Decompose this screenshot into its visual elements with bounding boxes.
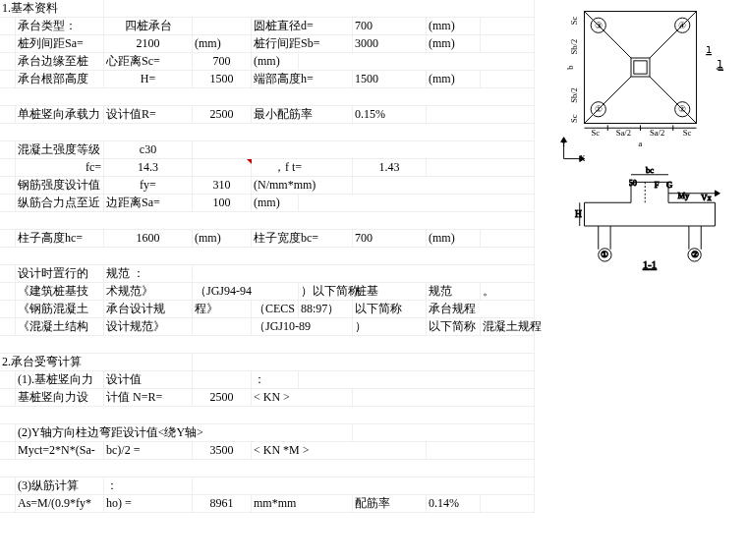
formula: As=M/(0.9*fy*: [16, 495, 104, 513]
value[interactable]: 1.43: [353, 159, 427, 177]
svg-rect-2: [634, 61, 647, 74]
label: 设计值R=: [104, 106, 193, 124]
label: 承台边缘至桩: [16, 53, 104, 71]
text: 。: [481, 283, 535, 301]
dim-50: 50: [629, 179, 637, 188]
value[interactable]: 310: [193, 177, 252, 195]
value[interactable]: 14.3: [104, 159, 193, 177]
section-mark: 1̲: [717, 58, 724, 71]
unit: (N/mm*mm): [252, 177, 353, 195]
unit: (mm): [193, 230, 252, 248]
dim-sc-v: Sc: [569, 17, 579, 26]
label: 规范 ：: [104, 265, 193, 283]
unit: (mm): [427, 18, 481, 35]
dim-b: b: [565, 65, 575, 69]
value[interactable]: 2500: [193, 389, 252, 407]
unit: (mm): [427, 71, 481, 88]
unit: (mm): [193, 35, 252, 53]
value[interactable]: 3500: [193, 442, 252, 460]
text: 《钢筋混凝土: [16, 301, 104, 318]
unit: < KN *M >: [252, 442, 427, 460]
label: 柱子高度hc=: [16, 230, 104, 248]
label: ：: [252, 371, 299, 389]
pile-sec-1: ①: [601, 250, 608, 259]
text: 《混凝土结构: [16, 318, 104, 336]
pt-g: G: [666, 180, 672, 190]
label: 桩列间距Sa=: [16, 35, 104, 53]
svg-line-3: [585, 12, 632, 59]
dim-sc: Sc: [592, 128, 601, 138]
label: 基桩竖向力设: [16, 389, 104, 407]
formula: ho) =: [104, 495, 193, 513]
dim-a: a: [639, 139, 643, 148]
text: ）: [353, 318, 427, 336]
unit: (mm): [427, 35, 481, 53]
label: 承台根部高度: [16, 71, 104, 88]
text: 规范: [427, 283, 481, 301]
pile-cap-diagram: ③ ④ ① ② Sc Sa/2 Sa/2 Sc a b Sb/2 Sb/2 Sc…: [556, 2, 743, 273]
dim-sb2: Sb/2: [569, 39, 579, 55]
value[interactable]: 700: [193, 53, 252, 71]
section-label: 1-1: [643, 259, 657, 270]
label: 钢筋强度设计值: [16, 177, 104, 195]
value[interactable]: 0.15%: [353, 106, 427, 124]
value[interactable]: 2100: [104, 35, 193, 53]
svg-line-5: [585, 77, 632, 124]
dim-sb2-b: Sb/2: [569, 87, 579, 103]
section-mark-top: 1̲: [706, 45, 713, 55]
label: 柱子宽度bc=: [252, 230, 353, 248]
pt-f: F: [655, 180, 660, 190]
spreadsheet-grid: 1.基本资料 承台类型： 四桩承台 圆桩直径d= 700 (mm) 桩列间距Sa…: [0, 0, 535, 513]
text: （CECS: [252, 301, 299, 318]
value: 0.14%: [427, 495, 481, 513]
label: 心距离Sc=: [104, 53, 193, 71]
unit: (mm): [252, 195, 299, 212]
label: 桩行间距Sb=: [252, 35, 353, 53]
lbl-vx: Vx: [701, 193, 712, 202]
label: 混凝土强度等级: [16, 141, 104, 159]
label: (2)Y轴方向柱边弯距设计值<绕Y轴>: [16, 424, 353, 442]
value[interactable]: 1500: [193, 71, 252, 88]
text: 88:97）: [299, 301, 353, 318]
value[interactable]: 1500: [353, 71, 427, 88]
text: 承台规程: [427, 301, 535, 318]
text: 混凝土规程: [481, 318, 535, 336]
text: 程》: [193, 301, 252, 318]
svg-line-4: [650, 12, 697, 59]
dim-sa2: Sa/2: [616, 128, 631, 138]
label: fy=: [104, 177, 193, 195]
value[interactable]: 1600: [104, 230, 193, 248]
text: （JGJ94-94: [193, 283, 299, 301]
label: fc=: [16, 159, 104, 177]
value[interactable]: 8961: [193, 495, 252, 513]
label: (3)纵筋计算: [16, 477, 104, 495]
label: 承台类型：: [16, 18, 104, 35]
value[interactable]: 700: [353, 18, 427, 35]
value[interactable]: 700: [353, 230, 427, 248]
text: 《建筑桩基技: [16, 283, 104, 301]
value[interactable]: 四桩承台: [104, 18, 193, 35]
text: 术规范》: [104, 283, 193, 301]
label: ：: [104, 477, 193, 495]
value[interactable]: 100: [193, 195, 252, 212]
value[interactable]: c30: [104, 141, 193, 159]
text: （JGJ10-89: [252, 318, 353, 336]
label: 设计时置行的: [16, 265, 104, 283]
label: 配筋率: [353, 495, 427, 513]
value[interactable]: 2500: [193, 106, 252, 124]
section-1-title: 1.基本资料: [0, 0, 104, 18]
dim-sa2-b: Sa/2: [650, 128, 664, 138]
pile-sec-2: ②: [691, 250, 699, 259]
dim-h: H: [575, 209, 582, 219]
formula: bc)/2 =: [104, 442, 193, 460]
label: H=: [104, 71, 193, 88]
pile-label-1: ①: [595, 104, 603, 114]
label: 纵筋合力点至近: [16, 195, 104, 212]
unit: mm*mm: [252, 495, 353, 513]
value[interactable]: 3000: [353, 35, 427, 53]
label: 设计值: [104, 371, 193, 389]
text: 设计规范》: [104, 318, 193, 336]
pile-label-2: ②: [678, 104, 686, 114]
unit: (mm): [427, 230, 481, 248]
pile-label-3: ③: [595, 21, 603, 30]
